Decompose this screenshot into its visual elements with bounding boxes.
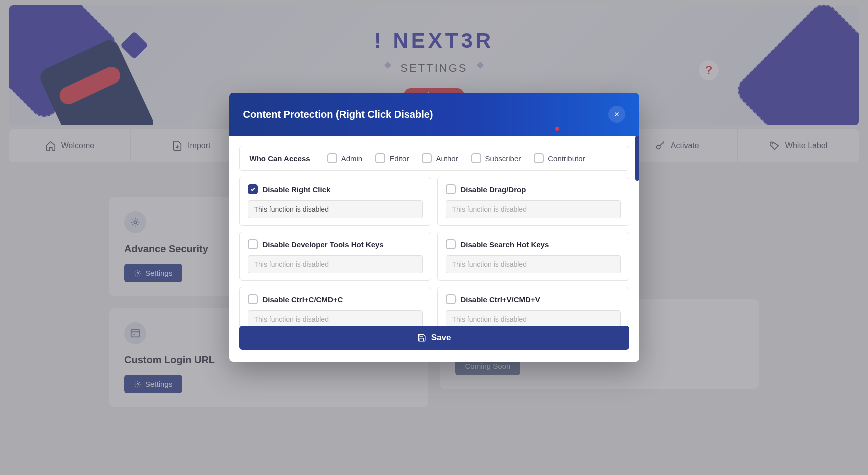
option-title: Disable Developer Tools Hot Keys	[263, 240, 384, 249]
checkbox[interactable]	[422, 153, 432, 163]
notification-dot-icon	[555, 127, 559, 131]
role-checkbox-editor[interactable]: Editor	[375, 153, 409, 163]
close-button[interactable]	[608, 106, 625, 123]
checkbox[interactable]	[471, 153, 481, 163]
role-checkbox-admin[interactable]: Admin	[327, 153, 363, 163]
option-disable-drag-drop: Disable Drag/Drop	[437, 177, 629, 226]
save-icon	[417, 333, 426, 342]
access-row: Who Can Access Admin Editor Author Subsc…	[239, 146, 629, 171]
checkbox-label: Editor	[389, 154, 409, 163]
option-message-input[interactable]	[248, 200, 423, 218]
option-title: Disable Search Hot Keys	[461, 240, 549, 249]
scrollbar[interactable]	[635, 136, 639, 181]
checkbox[interactable]	[248, 239, 258, 249]
save-label: Save	[431, 333, 451, 343]
modal-overlay[interactable]: Content Protection (Right Click Disable)…	[0, 0, 868, 475]
checkbox[interactable]	[248, 294, 258, 304]
checkbox[interactable]	[446, 184, 456, 194]
option-disable-paste: Disable Ctrl+V/CMD+V	[437, 287, 629, 326]
option-message-input[interactable]	[446, 255, 621, 273]
checkbox-label: Subscriber	[485, 154, 521, 163]
checkbox[interactable]	[446, 239, 456, 249]
check-icon	[250, 186, 256, 192]
checkbox[interactable]	[534, 153, 544, 163]
checkbox[interactable]	[248, 184, 258, 194]
option-disable-devtools: Disable Developer Tools Hot Keys	[239, 232, 431, 281]
option-disable-copy: Disable Ctrl+C/CMD+C	[239, 287, 431, 326]
checkbox[interactable]	[446, 294, 456, 304]
options-grid: Disable Right Click Disable Drag/Drop Di…	[239, 177, 629, 326]
option-title: Disable Ctrl+C/CMD+C	[263, 295, 343, 304]
option-message-input[interactable]	[248, 310, 423, 326]
role-checkbox-author[interactable]: Author	[422, 153, 458, 163]
option-title: Disable Drag/Drop	[461, 185, 526, 194]
option-title: Disable Right Click	[263, 185, 331, 194]
role-checkbox-subscriber[interactable]: Subscriber	[471, 153, 521, 163]
checkbox-label: Admin	[341, 154, 363, 163]
option-message-input[interactable]	[248, 255, 423, 273]
save-button[interactable]: Save	[239, 326, 629, 350]
option-message-input[interactable]	[446, 310, 621, 326]
role-checkbox-contributor[interactable]: Contributor	[534, 153, 585, 163]
modal-footer: Save	[229, 326, 639, 362]
checkbox[interactable]	[327, 153, 337, 163]
modal-header: Content Protection (Right Click Disable)	[229, 93, 639, 136]
option-disable-search-hotkeys: Disable Search Hot Keys	[437, 232, 629, 281]
checkbox-label: Contributor	[548, 154, 585, 163]
option-message-input[interactable]	[446, 200, 621, 218]
modal-body: Who Can Access Admin Editor Author Subsc…	[229, 136, 639, 326]
checkbox-label: Author	[436, 154, 458, 163]
access-label: Who Can Access	[250, 154, 310, 163]
modal-title: Content Protection (Right Click Disable)	[243, 109, 433, 120]
close-icon	[613, 111, 620, 118]
option-disable-right-click: Disable Right Click	[239, 177, 431, 226]
checkbox[interactable]	[375, 153, 385, 163]
option-title: Disable Ctrl+V/CMD+V	[461, 295, 540, 304]
content-protection-modal: Content Protection (Right Click Disable)…	[229, 93, 639, 362]
